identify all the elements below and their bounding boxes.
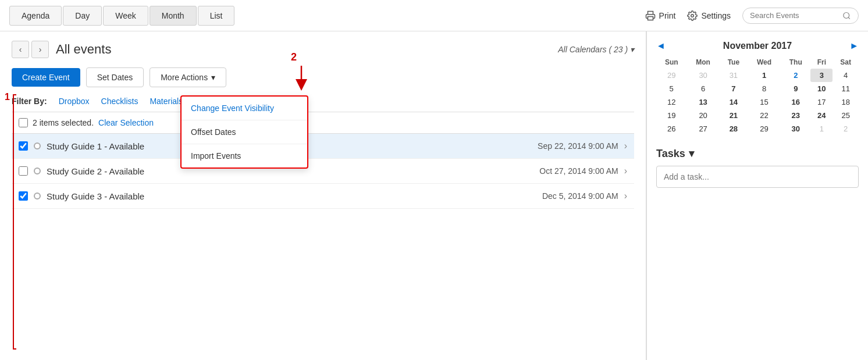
cal-day-4-0[interactable]: 26	[656, 122, 686, 136]
tasks-section: Tasks ▾	[656, 147, 859, 188]
tasks-header[interactable]: Tasks ▾	[656, 147, 859, 160]
cal-day-4-2[interactable]: 28	[720, 122, 748, 136]
cal-prev-button[interactable]: ◄	[656, 41, 666, 51]
prev-button[interactable]: ‹	[12, 41, 29, 58]
cal-day-2-2[interactable]: 14	[720, 95, 748, 109]
print-icon	[645, 10, 656, 21]
more-actions-dropdown: Change Event Visibility Offset Dates Imp…	[180, 95, 308, 169]
cal-day-1-2[interactable]: 7	[720, 82, 748, 95]
tab-week[interactable]: Week	[103, 6, 148, 26]
event-1-date: Sep 22, 2014 9:00 AM	[538, 141, 618, 151]
cal-day-0-0[interactable]: 29	[656, 69, 686, 82]
cal-day-1-1[interactable]: 6	[686, 82, 719, 95]
cal-day-1-3[interactable]: 8	[748, 82, 781, 95]
next-button[interactable]: ›	[31, 41, 49, 58]
event-2-checkbox[interactable]	[19, 166, 28, 176]
event-3-dot-icon	[34, 193, 41, 199]
cal-day-4-4[interactable]: 30	[781, 122, 810, 136]
cal-day-2-4[interactable]: 16	[781, 95, 810, 109]
svg-point-2	[844, 12, 849, 18]
cal-day-0-3[interactable]: 1	[748, 69, 781, 82]
svg-rect-0	[648, 16, 653, 20]
event-1-chevron-icon[interactable]: ›	[624, 141, 627, 151]
event-3-name[interactable]: Study Guide 3 - Available	[47, 191, 536, 201]
cal-day-1-0[interactable]: 5	[656, 82, 686, 95]
filter-materials[interactable]: Materials	[150, 97, 183, 106]
cal-day-4-3[interactable]: 29	[748, 122, 781, 136]
tab-day[interactable]: Day	[63, 6, 102, 26]
event-3-chevron-icon[interactable]: ›	[624, 191, 627, 201]
tab-list[interactable]: List	[198, 6, 235, 26]
tab-agenda[interactable]: Agenda	[9, 6, 62, 26]
cal-next-button[interactable]: ►	[849, 41, 859, 51]
all-calendars-dropdown[interactable]: All Calendars ( 23 ) ▾	[558, 45, 634, 54]
cal-day-1-4[interactable]: 9	[781, 82, 810, 95]
event-item-1: Study Guide 1 - Available Sep 22, 2014 9…	[12, 134, 634, 159]
cal-day-2-3[interactable]: 15	[748, 95, 781, 109]
event-2-chevron-icon[interactable]: ›	[624, 166, 627, 176]
cal-day-0-1[interactable]: 30	[686, 69, 719, 82]
cal-day-0-6[interactable]: 4	[833, 69, 859, 82]
tab-month[interactable]: Month	[150, 6, 197, 26]
cal-day-0-4[interactable]: 2	[781, 69, 810, 82]
filter-checklists[interactable]: Checklists	[101, 97, 138, 106]
add-task-input[interactable]	[656, 166, 859, 188]
search-box[interactable]	[742, 8, 859, 24]
cal-day-0-5[interactable]: 3	[810, 69, 833, 82]
cal-day-0-2[interactable]: 31	[720, 69, 748, 82]
cal-day-3-1[interactable]: 20	[686, 109, 719, 122]
cal-day-2-6[interactable]: 18	[833, 95, 859, 109]
dropdown-item-visibility[interactable]: Change Event Visibility	[182, 97, 307, 120]
settings-label: Settings	[701, 11, 731, 20]
cal-day-3-3[interactable]: 22	[748, 109, 781, 122]
more-actions-button[interactable]: More Actions ▾	[150, 67, 226, 87]
cal-header-tue: Tue	[720, 56, 748, 69]
calendar-grid: Sun Mon Tue Wed Thu Fri Sat 293031123456…	[656, 56, 859, 136]
items-selected-count: 2 items selected.	[33, 118, 94, 127]
settings-icon	[687, 10, 698, 21]
filter-dropbox[interactable]: Dropbox	[59, 97, 90, 106]
event-3-checkbox[interactable]	[19, 191, 28, 201]
set-dates-button[interactable]: Set Dates	[86, 67, 144, 87]
select-all-checkbox[interactable]	[19, 118, 28, 127]
main-container: 1 ‹ › All events All Calendars ( 23 ) ▾ …	[0, 31, 868, 360]
dropdown-item-import[interactable]: Import Events	[182, 144, 307, 167]
event-2-date: Oct 27, 2014 9:00 AM	[539, 166, 618, 176]
cal-header-wed: Wed	[748, 56, 781, 69]
search-icon	[842, 11, 851, 20]
cal-day-4-5[interactable]: 1	[810, 122, 833, 136]
dropdown-item-offset[interactable]: Offset Dates	[182, 120, 307, 144]
cal-header-thu: Thu	[781, 56, 810, 69]
cal-day-1-5[interactable]: 10	[810, 82, 833, 95]
event-1-checkbox[interactable]	[19, 141, 28, 151]
search-input[interactable]	[750, 11, 842, 20]
settings-button[interactable]: Settings	[687, 10, 731, 21]
filter-by-label: Filter By:	[12, 97, 47, 106]
print-button[interactable]: Print	[645, 10, 676, 21]
page-title: All events	[56, 42, 111, 57]
calendar-header: ◄ November 2017 ►	[656, 41, 859, 51]
cal-day-4-1[interactable]: 27	[686, 122, 719, 136]
more-actions-label: More Actions	[161, 73, 208, 82]
create-event-button[interactable]: Create Event	[12, 68, 80, 87]
nav-arrows: ‹ ›	[12, 41, 49, 58]
annotation-1-number: 1	[5, 92, 10, 102]
cal-day-1-6[interactable]: 11	[833, 82, 859, 95]
event-item-2: Study Guide 2 - Available Oct 27, 2014 9…	[12, 159, 634, 184]
cal-day-4-6[interactable]: 2	[833, 122, 859, 136]
cal-day-3-5[interactable]: 24	[810, 109, 833, 122]
event-1-dot-icon	[34, 142, 41, 149]
event-2-dot-icon	[34, 167, 41, 174]
all-calendars-label: All Calendars ( 23 )	[558, 45, 628, 54]
clear-selection-link[interactable]: Clear Selection	[98, 118, 154, 127]
cal-day-2-5[interactable]: 17	[810, 95, 833, 109]
cal-header-sun: Sun	[656, 56, 686, 69]
calendar-title: November 2017	[723, 41, 792, 51]
cal-day-3-0[interactable]: 19	[656, 109, 686, 122]
right-panel: ◄ November 2017 ► Sun Mon Tue Wed Thu Fr…	[647, 31, 868, 360]
cal-day-2-1[interactable]: 13	[686, 95, 719, 109]
cal-day-3-4[interactable]: 23	[781, 109, 810, 122]
cal-day-3-2[interactable]: 21	[720, 109, 748, 122]
cal-day-3-6[interactable]: 25	[833, 109, 859, 122]
cal-day-2-0[interactable]: 12	[656, 95, 686, 109]
